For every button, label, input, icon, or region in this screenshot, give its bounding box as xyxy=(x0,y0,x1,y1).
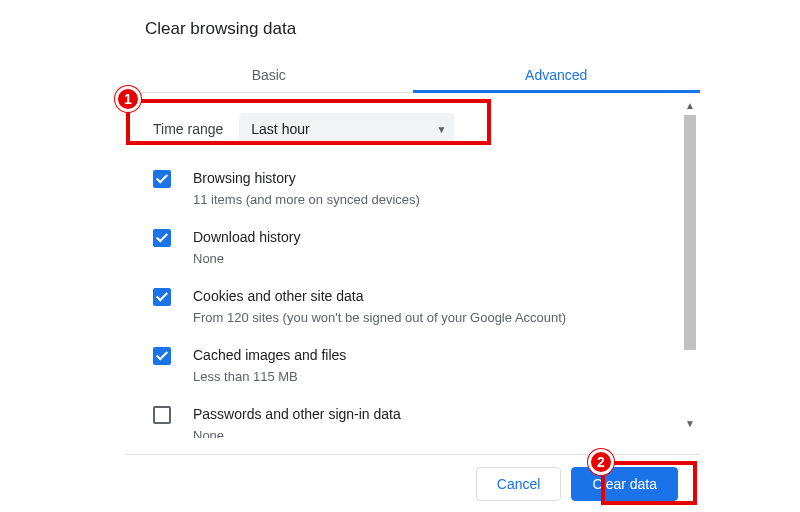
item-title: Passwords and other sign-in data xyxy=(193,404,401,424)
tab-basic-label: Basic xyxy=(252,67,286,83)
cancel-button[interactable]: Cancel xyxy=(476,467,562,501)
time-range-select[interactable]: Last hour ▼ xyxy=(239,113,454,145)
list-item: Browsing history 11 items (and more on s… xyxy=(153,159,672,218)
scrollbar-thumb[interactable] xyxy=(684,115,696,350)
item-subtitle: None xyxy=(193,249,300,268)
clear-data-button-label: Clear data xyxy=(592,476,657,492)
list-item: Passwords and other sign-in data None xyxy=(153,395,672,438)
item-text: Passwords and other sign-in data None xyxy=(193,404,401,438)
time-range-label: Time range xyxy=(153,121,223,137)
dialog-title: Clear browsing data xyxy=(125,0,700,57)
item-text: Browsing history 11 items (and more on s… xyxy=(193,168,420,209)
tabs: Basic Advanced xyxy=(125,57,700,93)
item-subtitle: Less than 115 MB xyxy=(193,367,346,386)
item-text: Cached images and files Less than 115 MB xyxy=(193,345,346,386)
item-text: Download history None xyxy=(193,227,300,268)
item-subtitle: 11 items (and more on synced devices) xyxy=(193,190,420,209)
item-title: Cached images and files xyxy=(193,345,346,365)
item-title: Cookies and other site data xyxy=(193,286,566,306)
item-text: Cookies and other site data From 120 sit… xyxy=(193,286,566,327)
checkbox-cached-images[interactable] xyxy=(153,347,171,365)
clear-data-button[interactable]: Clear data xyxy=(571,467,678,501)
clear-browsing-data-dialog: Clear browsing data Basic Advanced Time … xyxy=(125,0,700,438)
checkbox-browsing-history[interactable] xyxy=(153,170,171,188)
time-range-row: Time range Last hour ▼ xyxy=(153,107,672,159)
cancel-button-label: Cancel xyxy=(497,476,541,492)
dialog-footer: Cancel Clear data xyxy=(125,454,700,512)
list-item: Cached images and files Less than 115 MB xyxy=(153,336,672,395)
list-item: Cookies and other site data From 120 sit… xyxy=(153,277,672,336)
time-range-value: Last hour xyxy=(251,121,309,137)
item-subtitle: From 120 sites (you won't be signed out … xyxy=(193,308,566,327)
tab-advanced-label: Advanced xyxy=(525,67,587,83)
checkbox-cookies[interactable] xyxy=(153,288,171,306)
tab-advanced[interactable]: Advanced xyxy=(413,57,701,92)
item-subtitle: None xyxy=(193,426,401,438)
tab-basic[interactable]: Basic xyxy=(125,57,413,92)
checkbox-download-history[interactable] xyxy=(153,229,171,247)
item-title: Download history xyxy=(193,227,300,247)
item-title: Browsing history xyxy=(193,168,420,188)
list-item: Download history None xyxy=(153,218,672,277)
checkbox-passwords[interactable] xyxy=(153,406,171,424)
scroll-down-arrow-icon: ▼ xyxy=(684,419,696,431)
vertical-scrollbar[interactable]: ▲ ▼ xyxy=(682,101,698,431)
dialog-content: Time range Last hour ▼ Browsing history … xyxy=(125,93,700,438)
scroll-up-arrow-icon: ▲ xyxy=(684,101,696,113)
chevron-down-icon: ▼ xyxy=(436,124,446,135)
